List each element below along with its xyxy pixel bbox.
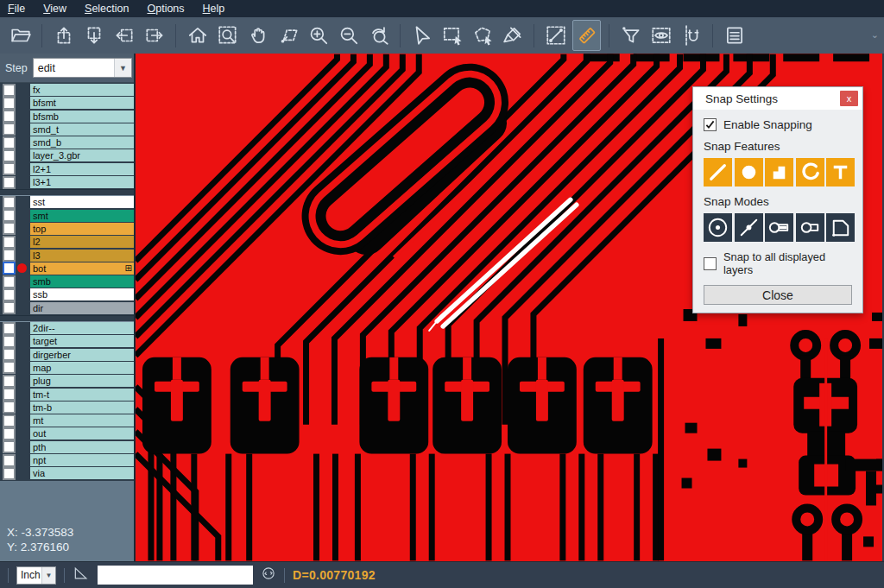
snap-feature-circle-button[interactable] <box>735 158 763 187</box>
layer-visibility-checkbox[interactable] <box>3 401 16 414</box>
layer-visibility-checkbox[interactable] <box>3 209 16 222</box>
snap-mode-center-button[interactable] <box>704 213 732 242</box>
snap-mode-pad-origin-button[interactable] <box>765 213 793 242</box>
layer-row-smd_b[interactable]: smd_b <box>0 136 134 149</box>
select-polygon-icon[interactable] <box>469 21 496 50</box>
layer-visibility-checkbox[interactable] <box>3 249 16 262</box>
layer-visibility-checkbox[interactable] <box>3 275 16 288</box>
close-icon[interactable]: x <box>840 91 858 106</box>
open-folder-icon[interactable] <box>7 21 34 50</box>
layer-name[interactable]: pth <box>30 441 134 453</box>
layer-row-out[interactable]: out <box>0 427 134 439</box>
layer-visibility-checkbox[interactable] <box>3 262 16 275</box>
layer-visibility-checkbox[interactable] <box>3 361 16 374</box>
layer-row-npt[interactable]: npt <box>0 454 134 466</box>
layer-row-fx[interactable]: fx <box>0 84 134 96</box>
layer-visibility-checkbox[interactable] <box>3 136 16 149</box>
step-dropdown[interactable]: edit ▼ <box>33 58 132 78</box>
move-down-icon[interactable] <box>80 21 107 50</box>
layer-visibility-checkbox[interactable] <box>3 176 16 189</box>
zoom-selection-icon[interactable] <box>214 21 241 50</box>
snap-all-layers-checkbox[interactable] <box>704 257 717 270</box>
ruler-icon[interactable] <box>572 20 601 51</box>
snap-feature-arc-button[interactable] <box>796 158 824 187</box>
layer-row-bfsmb[interactable]: bfsmb <box>0 111 134 123</box>
layer-name[interactable]: bot⊞ <box>30 262 134 275</box>
snap-feature-text-button[interactable] <box>826 158 855 187</box>
layer-name[interactable]: 2dir-- <box>30 322 134 334</box>
layer-visibility-checkbox[interactable] <box>3 375 16 388</box>
refresh-icon[interactable] <box>261 566 276 585</box>
menu-view[interactable]: View <box>43 3 66 15</box>
layer-visibility-checkbox[interactable] <box>3 149 16 162</box>
layer-name[interactable]: plug <box>30 375 134 387</box>
layer-name[interactable]: top <box>30 223 134 235</box>
layer-name[interactable]: sst <box>30 196 134 208</box>
layer-row-dir[interactable]: dir <box>0 302 134 314</box>
layer-row-layer_3.gbr[interactable]: layer_3.gbr <box>0 149 134 161</box>
move-up-icon[interactable] <box>50 21 77 50</box>
layer-row-bfsmt[interactable]: bfsmt <box>0 97 134 109</box>
layer-row-l2[interactable]: l2 <box>0 236 134 248</box>
layer-row-l2+1[interactable]: l2+1 <box>0 163 134 175</box>
layer-row-pth[interactable]: pth <box>0 441 134 453</box>
zoom-in-icon[interactable] <box>305 21 332 50</box>
report-list-icon[interactable] <box>721 21 748 50</box>
layer-row-sst[interactable]: sst <box>0 196 134 208</box>
layer-name[interactable]: ssb <box>30 288 134 300</box>
layer-row-l3+1[interactable]: l3+1 <box>0 176 134 188</box>
layer-row-smt[interactable]: smt <box>0 210 134 222</box>
snap-magnet-icon[interactable] <box>678 21 704 50</box>
layer-name[interactable]: fx <box>30 84 134 96</box>
layer-name[interactable]: smd_t <box>30 123 134 136</box>
layer-name[interactable]: npt <box>30 454 134 466</box>
zoom-previous-icon[interactable] <box>365 21 392 50</box>
layer-name[interactable]: dir <box>30 302 134 314</box>
layer-visibility-checkbox[interactable] <box>3 440 16 453</box>
layer-name[interactable]: bfsmb <box>30 111 134 123</box>
snap-mode-polygon-vertex-button[interactable] <box>826 213 855 242</box>
layer-visibility-checkbox[interactable] <box>3 301 16 314</box>
menu-help[interactable]: Help <box>203 3 225 15</box>
toolbar-overflow-chevron[interactable]: ⌄ <box>871 29 879 41</box>
layer-row-top[interactable]: top <box>0 223 134 235</box>
show-eye-icon[interactable] <box>647 21 674 50</box>
snap-mode-pad-outline-button[interactable] <box>796 213 824 242</box>
layer-row-dirgerber[interactable]: dirgerber <box>0 349 134 361</box>
grid-icon[interactable]: ⊞ <box>125 264 132 273</box>
layer-row-via[interactable]: via <box>0 467 134 479</box>
layer-visibility-checkbox[interactable] <box>3 454 16 467</box>
layer-row-map[interactable]: map <box>0 362 134 374</box>
layer-visibility-checkbox[interactable] <box>3 84 16 97</box>
filter-icon[interactable] <box>617 21 644 50</box>
enable-snapping-row[interactable]: Enable Snapping <box>704 118 852 131</box>
move-left-icon[interactable] <box>110 21 137 50</box>
close-button[interactable]: Close <box>704 285 852 305</box>
snap-feature-surface-button[interactable] <box>765 158 793 187</box>
zoom-window-icon[interactable] <box>275 21 301 50</box>
menu-selection[interactable]: Selection <box>85 3 129 15</box>
layer-row-mt[interactable]: mt <box>0 414 134 427</box>
layer-name[interactable]: via <box>30 467 134 479</box>
measure-input[interactable] <box>98 566 253 585</box>
move-right-icon[interactable] <box>141 21 167 50</box>
layer-name[interactable]: layer_3.gbr <box>30 149 134 161</box>
measure-distance-icon[interactable] <box>542 21 569 50</box>
layer-row-plug[interactable]: plug <box>0 375 134 387</box>
snap-mode-on-line-button[interactable] <box>735 213 763 242</box>
layer-row-smd_t[interactable]: smd_t <box>0 123 134 136</box>
brush-clear-icon[interactable] <box>499 21 526 50</box>
layer-name[interactable]: tm-b <box>30 401 134 414</box>
layer-visibility-checkbox[interactable] <box>3 348 16 361</box>
layer-visibility-checkbox[interactable] <box>3 388 16 401</box>
layer-row-tm-t[interactable]: tm-t <box>0 389 134 401</box>
layer-visibility-checkbox[interactable] <box>3 322 16 335</box>
layer-row-tm-b[interactable]: tm-b <box>0 401 134 414</box>
menu-file[interactable]: File <box>8 3 25 15</box>
layer-row-2dir--[interactable]: 2dir-- <box>0 322 134 334</box>
layer-row-ssb[interactable]: ssb <box>0 288 134 300</box>
layer-visibility-checkbox[interactable] <box>3 222 16 235</box>
layer-visibility-checkbox[interactable] <box>3 162 16 175</box>
layer-visibility-checkbox[interactable] <box>3 414 16 427</box>
layer-name[interactable]: smt <box>30 210 134 222</box>
